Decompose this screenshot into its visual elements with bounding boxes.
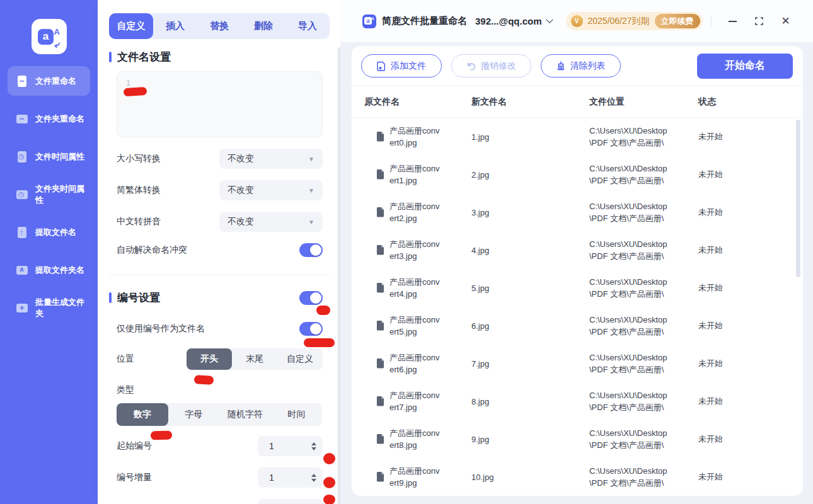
increment-stepper[interactable]: 1 [258, 467, 323, 488]
select-dropdown[interactable]: 不改变 ▼ [219, 149, 323, 169]
account-menu[interactable]: 392...@qq.com [475, 16, 552, 26]
clipped-stepper-row [117, 499, 323, 504]
clear-list-button[interactable]: 清除列表 [541, 54, 621, 77]
select-dropdown[interactable]: 不改变 ▼ [219, 212, 323, 232]
renew-button[interactable]: 立即续费 [655, 14, 700, 28]
table-row[interactable]: 产品画册conv ert5.jpg 6.jpg C:\Users\XU\Desk… [352, 307, 803, 345]
file-icon [376, 434, 384, 444]
table-row[interactable]: 产品画册conv ert7.jpg 8.jpg C:\Users\XU\Desk… [352, 382, 803, 420]
app-title: 简鹿文件批量重命名 [382, 15, 467, 27]
file-location: C:\Users\XU\Desktop \PDF 文档\产品画册\ [589, 276, 698, 300]
settings-tab[interactable]: 自定义 [109, 13, 153, 39]
sidebar-item[interactable]: 文件时间属性 [8, 142, 90, 171]
spin-up-icon[interactable] [311, 474, 316, 477]
original-filename: 产品画册conv ert6.jpg [389, 352, 439, 375]
maximize-button[interactable] [754, 16, 764, 26]
next-stepper[interactable] [258, 499, 323, 504]
spin-down-icon[interactable] [311, 479, 316, 482]
filename-placeholder: 1 [126, 78, 130, 88]
spin-down-icon[interactable] [311, 447, 316, 450]
start-rename-button[interactable]: 开始命名 [697, 54, 793, 79]
file-icon [376, 321, 384, 331]
segment-option[interactable]: 字母 [168, 403, 220, 426]
titlebar-divider [711, 16, 712, 26]
sidebar-item-label: 批量生成文件夹 [35, 297, 90, 319]
table-row[interactable]: 产品画册conv ert0.jpg 1.jpg C:\Users\XU\Desk… [352, 118, 803, 156]
file-status: 未开始 [698, 244, 790, 256]
chevron-down-icon: ▼ [308, 156, 314, 163]
spin-up-icon[interactable] [311, 442, 316, 445]
table-row[interactable]: 产品画册conv ert2.jpg 3.jpg C:\Users\XU\Desk… [352, 193, 803, 231]
segment-option[interactable]: 开头 [187, 348, 232, 370]
file-location: C:\Users\XU\Desktop \PDF 文档\产品画册\ [589, 427, 698, 451]
select-row: 中文转拼音 不改变 ▼ [117, 212, 323, 232]
file-table-body: 产品画册conv ert0.jpg 1.jpg C:\Users\XU\Desk… [352, 118, 803, 496]
sidebar-item[interactable]: 文件重命名 [8, 66, 90, 96]
section-divider [109, 275, 329, 275]
original-filename: 产品画册conv ert4.jpg [389, 276, 439, 300]
sidebar-item-label: 提取文件名 [35, 227, 76, 238]
start-number-stepper[interactable]: 1 [258, 436, 323, 456]
filename-textarea[interactable]: 1 [117, 71, 323, 137]
minimize-button[interactable] [728, 16, 738, 26]
file-rename-icon [16, 75, 28, 88]
auto-resolve-toggle[interactable] [299, 243, 323, 257]
file-icon [376, 132, 384, 142]
col-original-name: 原文件名 [364, 96, 471, 108]
auto-resolve-row: 自动解决命名冲突 [117, 243, 323, 257]
sidebar-item-label: 文件夹时间属性 [35, 183, 90, 206]
close-button[interactable]: ✕ [781, 16, 791, 26]
file-status: 未开始 [698, 207, 790, 218]
select-row: 大小写转换 不改变 ▼ [117, 149, 323, 169]
file-location: C:\Users\XU\Desktop \PDF 文档\产品画册\ [589, 238, 698, 262]
new-filename: 8.jpg [471, 397, 589, 406]
settings-tab[interactable]: 导入 [285, 13, 330, 39]
table-row[interactable]: 产品画册conv ert3.jpg 4.jpg C:\Users\XU\Desk… [352, 231, 803, 269]
numbering-toggle[interactable] [299, 291, 323, 305]
settings-tab[interactable]: 插入 [153, 13, 197, 39]
segment-option[interactable]: 末尾 [232, 348, 277, 370]
undo-button[interactable]: 撤销修改 [451, 54, 531, 77]
table-row[interactable]: 产品画册conv ert9.jpg 10.jpg C:\Users\XU\Des… [352, 458, 803, 496]
new-filename: 9.jpg [471, 435, 589, 444]
file-toolbar: 添加文件 撤销修改 清除列表 开始命名 [352, 46, 803, 86]
table-row[interactable]: 产品画册conv ert6.jpg 7.jpg C:\Users\XU\Desk… [352, 345, 803, 382]
new-filename: 5.jpg [471, 284, 589, 293]
file-list-card: 添加文件 撤销修改 清除列表 开始命名 原文件名 新文件名 [352, 46, 803, 496]
table-row[interactable]: 产品画册conv ert8.jpg 9.jpg C:\Users\XU\Desk… [352, 420, 803, 458]
add-files-button[interactable]: 添加文件 [361, 54, 442, 77]
file-location: C:\Users\XU\Desktop \PDF 文档\产品画册\ [589, 163, 698, 186]
segment-option[interactable]: 数字 [117, 403, 168, 426]
file-status: 未开始 [698, 471, 790, 483]
original-filename: 产品画册conv ert8.jpg [389, 427, 439, 451]
sidebar-item[interactable]: 提取文件名 [8, 217, 90, 247]
file-icon [376, 358, 384, 369]
settings-tab[interactable]: 删除 [241, 13, 285, 39]
original-filename: 产品画册conv ert0.jpg [389, 125, 439, 149]
segment-option[interactable]: 随机字符 [219, 403, 271, 426]
sidebar-item[interactable]: 提取文件夹名 [8, 255, 90, 285]
start-number-row: 起始编号 1 [117, 436, 323, 456]
col-location: 文件位置 [589, 96, 698, 108]
red-annotation [323, 453, 335, 464]
section-bar [109, 292, 112, 303]
table-row[interactable]: 产品画册conv ert4.jpg 5.jpg C:\Users\XU\Desk… [352, 269, 803, 307]
sidebar-item[interactable]: 批量生成文件夹 [8, 293, 90, 323]
red-annotation [316, 306, 330, 315]
red-annotation [323, 477, 335, 488]
segment-option[interactable]: 时间 [271, 403, 323, 426]
main-area: aA 简鹿文件批量重命名 392...@qq.com V 2025/06/27到… [340, 0, 813, 504]
only-number-toggle[interactable] [299, 322, 323, 336]
settings-tab[interactable]: 替换 [197, 13, 241, 39]
type-label: 类型 [117, 384, 340, 396]
clear-list-icon [556, 61, 565, 71]
close-icon: ✕ [781, 16, 790, 26]
logo-translate-a-icon: A [54, 27, 60, 37]
select-dropdown[interactable]: 不改变 ▼ [219, 180, 323, 200]
segment-option[interactable]: 自定义 [277, 348, 323, 370]
table-row[interactable]: 产品画册conv ert1.jpg 2.jpg C:\Users\XU\Desk… [352, 156, 803, 193]
original-filename: 产品画册conv ert3.jpg [389, 238, 439, 262]
table-scrollbar[interactable] [796, 120, 800, 277]
sidebar-item[interactable]: 文件夹重命名 [8, 104, 90, 134]
sidebar-item[interactable]: 文件夹时间属性 [8, 180, 90, 209]
